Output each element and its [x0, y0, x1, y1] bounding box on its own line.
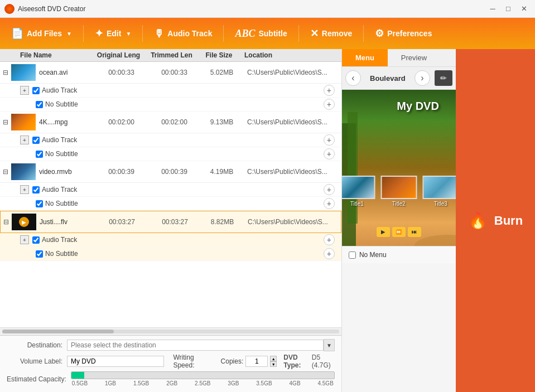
file-size-3: 4.19MB — [201, 168, 243, 176]
play-ctrl-btn[interactable]: ▶ — [377, 227, 390, 237]
file-location-4: C:\Users\Public\Videos\S... — [243, 218, 341, 226]
preferences-icon: ⚙ — [375, 27, 384, 40]
copies-input[interactable] — [245, 356, 268, 367]
right-panel: Menu Preview ‹ Boulevard › ✏ My DVD — [342, 49, 456, 392]
add-subtitle-button-2[interactable]: + — [324, 148, 335, 159]
file-location-3: C:\Users\Public\Videos\S... — [243, 168, 341, 176]
add-subtitle-button[interactable]: + — [324, 99, 335, 110]
separator-3 — [223, 25, 224, 42]
dvd-thumb-label-1: Title1 — [350, 201, 364, 207]
copies-spinner: ▲ ▼ — [270, 356, 277, 367]
destination-input[interactable] — [67, 340, 324, 351]
header-name: File Name — [0, 51, 92, 59]
volume-input[interactable] — [67, 356, 164, 367]
copies-up-btn[interactable]: ▲ — [270, 356, 277, 361]
tab-preview[interactable]: Preview — [388, 49, 440, 66]
subtitle-checkbox-2[interactable] — [36, 151, 43, 158]
edit-button[interactable]: ✦ Edit ▼ — [88, 24, 138, 43]
audio-track-checkbox-4[interactable] — [32, 236, 40, 244]
header-orig: Original Leng — [92, 51, 145, 59]
add-audio-button-2[interactable]: + — [324, 134, 335, 146]
ff-ctrl-btn[interactable]: ⏩ — [392, 227, 406, 237]
scroll-thumb[interactable] — [2, 330, 114, 333]
file-trim-len-2: 00:02:00 — [148, 118, 201, 126]
add-files-button[interactable]: 📄 Add Files ▼ — [4, 24, 79, 43]
expand-button-3[interactable]: + — [20, 185, 29, 194]
audio-track-checkbox-2[interactable] — [32, 137, 40, 144]
prev-menu-button[interactable]: ‹ — [345, 70, 361, 86]
next-ctrl-btn[interactable]: ⏭ — [408, 227, 421, 237]
dvd-thumb-item[interactable]: Title1 — [342, 176, 375, 207]
maximize-button[interactable]: □ — [502, 3, 515, 14]
list-item[interactable]: No Subtitle + — [0, 197, 341, 211]
file-name-4: Justi....flv — [40, 218, 95, 226]
dvd-thumb-item[interactable]: Title2 — [380, 176, 417, 207]
edit-icon: ✦ — [95, 27, 103, 40]
audio-track-button[interactable]: 🎙 Audio Track — [147, 25, 219, 43]
list-item[interactable]: No Subtitle + — [0, 98, 341, 112]
file-orig-len-4: 00:03:27 — [95, 218, 148, 226]
no-menu-label: No Menu — [359, 251, 387, 259]
preferences-button[interactable]: ⚙ Preferences — [368, 24, 438, 43]
window-controls: ─ □ ✕ — [486, 3, 531, 14]
volume-row: Volume Label: Writing Speed: Copies: ▲ ▼… — [7, 354, 335, 369]
file-list-container[interactable]: File Name Original Leng Trimmed Len File… — [0, 49, 341, 327]
burn-button[interactable]: 🔥 Burn — [456, 49, 535, 392]
collapse-btn-4[interactable]: ⊟ — [1, 218, 12, 226]
capacity-fill — [71, 372, 85, 379]
collapse-btn-2[interactable]: ⊟ — [0, 118, 11, 126]
remove-button[interactable]: ✕ Remove — [303, 24, 359, 43]
list-item[interactable]: + Audio Track + — [0, 133, 341, 147]
audio-track-checkbox[interactable] — [32, 87, 40, 94]
collapse-btn[interactable]: ⊟ — [0, 69, 11, 76]
expand-button-4[interactable]: + — [20, 235, 29, 244]
list-item[interactable]: No Subtitle + — [0, 147, 341, 161]
add-subtitle-button-4[interactable]: + — [324, 248, 335, 259]
no-menu-checkbox[interactable] — [349, 251, 356, 259]
subtitle-button[interactable]: ABC Subtitle — [228, 25, 293, 43]
subtitle-checkbox-3[interactable] — [36, 200, 43, 207]
close-button[interactable]: ✕ — [517, 3, 531, 14]
table-row[interactable]: ⊟ 4K....mpg 00:02:00 00:02:00 9.13MB C:\… — [0, 112, 341, 133]
toolbar: 📄 Add Files ▼ ✦ Edit ▼ 🎙 Audio Track ABC… — [0, 18, 535, 49]
dvd-thumbnails: Title1 Title2 Title3 — [342, 176, 456, 207]
add-audio-button-4[interactable]: + — [324, 234, 335, 245]
add-subtitle-button-3[interactable]: + — [324, 198, 335, 209]
tab-menu[interactable]: Menu — [342, 49, 388, 66]
list-item[interactable]: + Audio Track + — [0, 183, 341, 197]
file-size-2: 9.13MB — [201, 118, 243, 126]
next-menu-button[interactable]: › — [414, 70, 430, 86]
app-title: Aiseesoft DVD Creator — [18, 5, 486, 13]
menu-nav-bar: ‹ Boulevard › ✏ — [342, 67, 456, 90]
capacity-bar — [71, 371, 335, 379]
expand-button[interactable]: + — [20, 86, 29, 95]
main-content: File Name Original Leng Trimmed Len File… — [0, 49, 535, 392]
subtitle-label-2: No Subtitle — [45, 150, 324, 158]
list-item[interactable]: No Subtitle + — [0, 247, 341, 261]
list-item[interactable]: + Audio Track + — [0, 233, 341, 247]
audio-track-checkbox-3[interactable] — [32, 186, 40, 193]
table-row[interactable]: ⊟ video.rmvb 00:00:39 00:00:39 4.19MB C:… — [0, 161, 341, 183]
expand-button-2[interactable]: + — [20, 135, 29, 144]
add-audio-button[interactable]: + — [324, 85, 335, 96]
subtitle-checkbox[interactable] — [36, 101, 43, 108]
dvd-thumb-item[interactable]: Title3 — [422, 176, 456, 207]
copies-down-btn[interactable]: ▼ — [270, 361, 277, 367]
horizontal-scrollbar[interactable] — [0, 327, 341, 335]
add-audio-button-3[interactable]: + — [324, 184, 335, 195]
table-row[interactable]: ⊟ ▶ Justi....flv 00:03:27 00:03:27 8.82M… — [0, 211, 341, 233]
edit-menu-button[interactable]: ✏ — [435, 70, 452, 86]
file-trim-len: 00:00:33 — [148, 69, 201, 76]
list-item[interactable]: + Audio Track + — [0, 84, 341, 98]
table-row[interactable]: ⊟ ocean.avi 00:00:33 00:00:33 5.02MB C:\… — [0, 62, 341, 84]
add-files-icon: 📄 — [11, 27, 23, 40]
file-orig-len-2: 00:02:00 — [95, 118, 148, 126]
collapse-btn-3[interactable]: ⊟ — [0, 168, 11, 176]
destination-dropdown-btn[interactable]: ▼ — [324, 339, 335, 351]
header-location: Location — [240, 51, 341, 59]
file-thumbnail-2 — [11, 114, 36, 130]
left-panel: File Name Original Leng Trimmed Len File… — [0, 49, 342, 392]
minimize-button[interactable]: ─ — [486, 3, 499, 14]
dvd-playback-controls: ▶ ⏩ ⏭ — [377, 227, 421, 237]
subtitle-checkbox-4[interactable] — [36, 250, 43, 258]
